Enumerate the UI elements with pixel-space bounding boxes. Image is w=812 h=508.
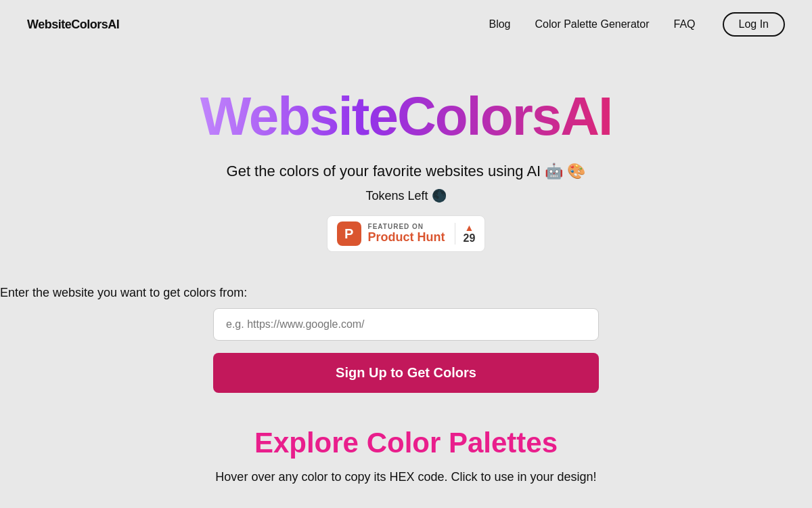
product-hunt-text: FEATURED ON Product Hunt	[368, 223, 445, 245]
nav-links: Blog Color Palette Generator FAQ	[489, 18, 695, 30]
upvote-count: 29	[464, 232, 476, 245]
hero-subtitle: Get the colors of your favorite websites…	[227, 163, 586, 180]
tokens-label: Tokens Left 🌑	[365, 188, 446, 203]
color-palette-link[interactable]: Color Palette Generator	[535, 18, 650, 30]
signup-button[interactable]: Sign Up to Get Colors	[213, 353, 599, 393]
product-hunt-badge[interactable]: P FEATURED ON Product Hunt ▲ 29	[327, 215, 486, 252]
upvote-triangle-icon: ▲	[465, 223, 474, 232]
product-hunt-featured-on: FEATURED ON	[368, 223, 445, 230]
blog-link[interactable]: Blog	[489, 18, 510, 30]
login-button[interactable]: Log In	[723, 12, 785, 37]
faq-link[interactable]: FAQ	[674, 18, 696, 30]
url-input[interactable]	[213, 308, 599, 341]
main-content: WebsiteColorsAI Get the colors of your f…	[0, 49, 812, 484]
url-input-label: Enter the website you want to get colors…	[0, 286, 386, 300]
product-hunt-name: Product Hunt	[368, 230, 445, 245]
explore-subtitle: Hover over any color to copy its HEX cod…	[215, 470, 596, 484]
product-hunt-upvote: ▲ 29	[455, 223, 476, 245]
tokens-row: Tokens Left 🌑	[365, 188, 446, 203]
product-hunt-icon: P	[337, 221, 361, 246]
nav-logo: WebsiteColorsAI	[27, 18, 119, 32]
hero-title: WebsiteColorsAI	[200, 89, 612, 144]
navbar: WebsiteColorsAI Blog Color Palette Gener…	[0, 0, 812, 49]
explore-title: Explore Color Palettes	[254, 427, 558, 459]
